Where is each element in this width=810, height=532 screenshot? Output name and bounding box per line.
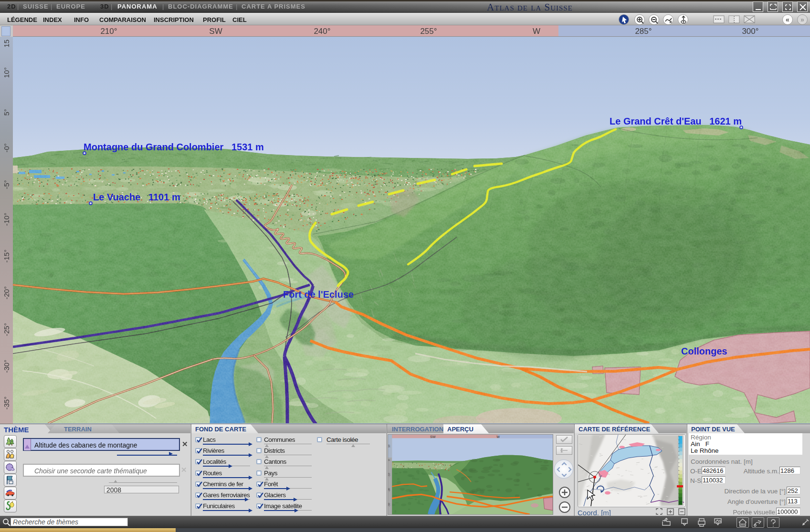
- svg-text:Le Vuache 1101 m: Le Vuache 1101 m: [93, 192, 180, 202]
- svg-text:-30: -30: [388, 503, 390, 507]
- svg-text:Collonges: Collonges: [681, 346, 727, 356]
- svg-text:-20: -20: [388, 488, 390, 492]
- svg-text:Montagne du Grand Colombier: Montagne du Grand Colombier 1531 m: [84, 142, 264, 152]
- svg-text:10: 10: [388, 445, 390, 448]
- svg-text:W: W: [496, 435, 500, 439]
- svg-text:Fort de l'Ecluse: Fort de l'Ecluse: [283, 289, 354, 300]
- svg-text:SW: SW: [430, 435, 436, 439]
- svg-text:Le Grand Crêt d'Eau 1621 m: Le Grand Crêt d'Eau 1621 m: [610, 116, 742, 126]
- svg-text:-10: -10: [388, 473, 390, 477]
- svg-text:0: 0: [388, 459, 390, 461]
